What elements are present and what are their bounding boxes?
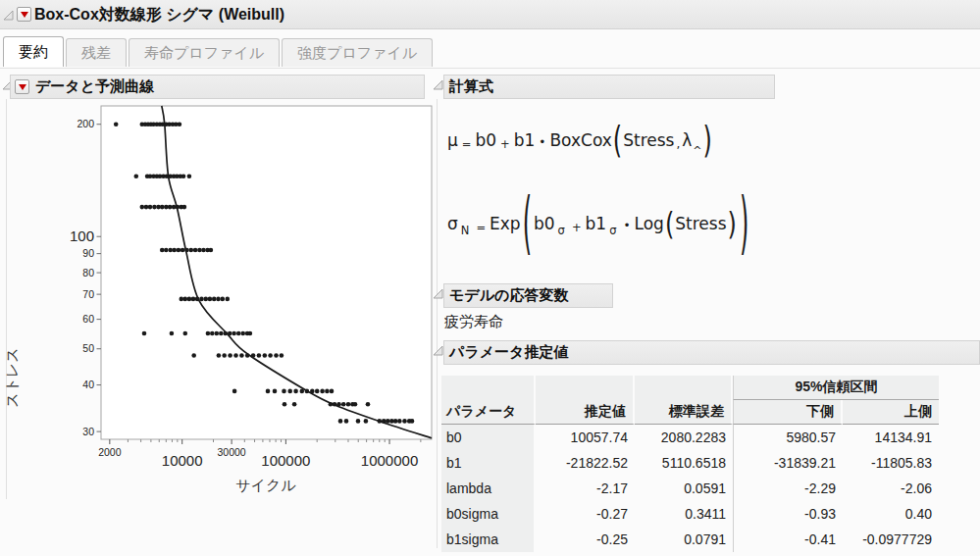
paren-close: ) xyxy=(703,122,712,158)
data-point xyxy=(320,389,325,394)
data-point xyxy=(364,419,369,424)
tab-bar: 要約残差寿命プロファイル強度プロファイル xyxy=(3,36,435,67)
data-point xyxy=(187,175,192,179)
formula-term: b1 xyxy=(586,214,607,233)
section-header-response[interactable]: モデルの応答変数 xyxy=(443,283,613,308)
y-tick-label: 60 xyxy=(82,313,94,325)
red-triangle-menu-button[interactable] xyxy=(17,7,31,22)
formula-term: Stress xyxy=(675,214,726,233)
formula-operator: = xyxy=(476,221,486,234)
tab-1[interactable]: 残差 xyxy=(66,38,127,67)
formula-term: Stress xyxy=(623,130,674,150)
data-point xyxy=(189,248,194,253)
outline-disclosure-icon[interactable] xyxy=(433,288,443,299)
param-value-cell: -0.0977729 xyxy=(843,527,939,552)
data-point xyxy=(181,175,186,179)
section-header-formula[interactable]: 計算式 xyxy=(443,75,775,99)
param-value-cell: -0.41 xyxy=(733,527,843,552)
formula-operator: + xyxy=(572,221,582,234)
data-point xyxy=(293,389,298,394)
data-point xyxy=(223,331,228,336)
param-name-cell: b1 xyxy=(441,450,536,476)
param-value-cell: -0.93 xyxy=(733,501,843,527)
param-value-cell: 5110.6518 xyxy=(635,450,733,476)
section-header-data-plot[interactable]: データと予測曲線 xyxy=(10,75,425,99)
param-value-cell: -21822.52 xyxy=(536,450,635,476)
data-point xyxy=(283,402,287,407)
formula-operator: • xyxy=(539,135,545,149)
y-tick-label: 30 xyxy=(82,426,94,437)
y-tick-label: 80 xyxy=(82,267,94,278)
x-tick-label: 30000 xyxy=(218,446,246,458)
outline-disclosure-icon[interactable] xyxy=(3,10,14,21)
data-point xyxy=(274,353,279,358)
tab-0[interactable]: 要約 xyxy=(3,36,64,67)
formula-function: Log xyxy=(635,214,664,233)
column-header: パラメータ xyxy=(441,400,536,425)
data-point xyxy=(232,331,236,336)
data-point xyxy=(236,331,241,336)
column-header: 上側 xyxy=(843,400,939,425)
data-point xyxy=(199,297,204,302)
formula-mu: μ = b0 + b1 • BoxCox ( Stress , λ ^ ) xyxy=(447,116,713,165)
data-point xyxy=(181,248,185,253)
data-point xyxy=(197,248,202,253)
tab-2[interactable]: 寿命プロファイル xyxy=(129,38,280,67)
formula-hat: ^ xyxy=(693,144,701,157)
section-title: パラメータ推定値 xyxy=(449,343,568,362)
data-point xyxy=(191,297,196,302)
formula-subscript: σ xyxy=(609,224,616,237)
param-value-cell: 2080.2283 xyxy=(635,425,733,450)
data-point xyxy=(280,353,284,358)
data-point xyxy=(397,419,402,424)
data-point xyxy=(233,353,238,358)
y-tick-label: 40 xyxy=(82,379,94,390)
data-point xyxy=(228,353,232,358)
formula-operator: + xyxy=(500,137,510,151)
param-name-cell: b1sigma xyxy=(441,527,536,552)
data-point xyxy=(170,331,175,336)
data-point xyxy=(201,248,206,253)
data-point xyxy=(251,353,256,358)
outline-connector-line xyxy=(437,99,438,548)
column-header: 推定値 xyxy=(536,400,635,425)
data-point xyxy=(184,248,189,253)
formula-term: b1 xyxy=(514,130,536,150)
data-point xyxy=(152,205,157,210)
data-point xyxy=(378,419,383,424)
data-point xyxy=(195,297,200,302)
outline-disclosure-icon[interactable] xyxy=(433,345,443,356)
y-tick-label: 200 xyxy=(77,118,94,129)
data-point xyxy=(282,389,286,394)
tab-3[interactable]: 強度プロファイル xyxy=(282,38,433,67)
parameter-estimates-table: 95%信頼区間パラメータ推定値標準誤差下側上側b010057.742080.22… xyxy=(441,376,939,552)
param-name-cell: lambda xyxy=(441,476,536,501)
data-point xyxy=(240,331,245,336)
data-point xyxy=(142,331,147,336)
data-point xyxy=(273,389,278,394)
data-point xyxy=(330,389,335,394)
param-value-cell: 0.0591 xyxy=(635,476,733,501)
param-value-cell: -11805.83 xyxy=(843,450,939,476)
section-header-estimates[interactable]: パラメータ推定値 xyxy=(443,340,980,365)
red-triangle-menu-button[interactable] xyxy=(15,79,29,94)
data-point xyxy=(148,205,153,210)
scatter-plot[interactable]: 20010090807060504030ストレス2000100003000010… xyxy=(0,98,435,502)
data-point xyxy=(336,402,341,407)
param-value-cell: -2.06 xyxy=(843,476,939,501)
outline-disclosure-icon[interactable] xyxy=(433,79,443,90)
data-point xyxy=(333,402,337,407)
paren-close: ) xyxy=(728,208,737,239)
data-point xyxy=(329,402,334,407)
data-point xyxy=(263,353,268,358)
ci-span-header: 95%信頼区間 xyxy=(733,376,939,400)
section-title: 計算式 xyxy=(449,77,493,96)
x-tick-label: 1000000 xyxy=(361,452,418,469)
data-point xyxy=(212,297,217,302)
data-point xyxy=(341,402,346,407)
table-spacer xyxy=(441,376,536,400)
formula-term: b0 xyxy=(475,130,496,150)
data-point xyxy=(206,331,211,336)
data-point xyxy=(168,205,173,210)
data-point xyxy=(180,297,184,302)
